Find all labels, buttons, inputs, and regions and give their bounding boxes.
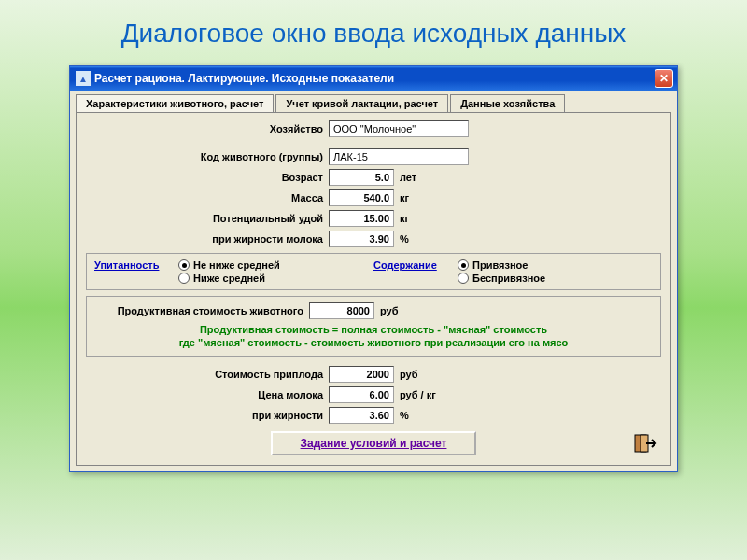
farm-label: Хозяйство <box>86 123 329 134</box>
offspring-label: Стоимость приплода <box>86 369 329 380</box>
fatness-opt1-label: Не ниже средней <box>193 259 280 271</box>
yield-unit: кг <box>394 213 409 224</box>
prodcost-input[interactable] <box>309 302 374 319</box>
radio-icon <box>178 259 190 271</box>
prodcost-group: Продуктивная стоимость животного руб Про… <box>86 296 661 357</box>
code-label: Код животного (группы) <box>86 151 329 162</box>
milkprice-unit: руб / кг <box>394 389 436 400</box>
titlebar: ▲ Расчет рациона. Лактирующие. Исходные … <box>70 66 677 91</box>
fat2-input[interactable] <box>329 407 394 424</box>
age-input[interactable] <box>329 169 394 186</box>
yield-label: Потенциальный удой <box>86 213 329 224</box>
prodcost-note: Продуктивная стоимость = полная стоимост… <box>94 323 653 350</box>
yield-input[interactable] <box>329 210 394 227</box>
fatness-link[interactable]: Упитанность <box>94 259 178 271</box>
radio-icon <box>458 273 469 284</box>
tab-lactation-curve[interactable]: Учет кривой лактации, расчет <box>275 94 448 112</box>
fat-unit: % <box>394 233 409 245</box>
fat2-unit: % <box>394 410 409 421</box>
slide-title: Диалоговое окно ввода исходных данных <box>0 0 747 56</box>
window-title: Расчет рациона. Лактирующие. Исходные по… <box>94 72 655 85</box>
mass-unit: кг <box>394 192 409 203</box>
code-input[interactable] <box>329 148 469 165</box>
housing-opt-2[interactable]: Беспривязное <box>458 273 545 284</box>
tab-strip: Характеристики животного, расчет Учет кр… <box>70 91 677 112</box>
calculate-button[interactable]: Задание условий и расчет <box>271 431 477 455</box>
milkprice-input[interactable] <box>329 386 394 403</box>
milkprice-label: Цена молока <box>86 389 329 400</box>
housing-opt-1[interactable]: Привязное <box>458 259 545 271</box>
farm-input[interactable] <box>329 120 469 137</box>
radio-icon <box>178 273 190 284</box>
age-unit: лет <box>394 172 416 183</box>
tab-farm-data[interactable]: Данные хозяйства <box>450 94 565 112</box>
fat-input[interactable] <box>329 231 394 247</box>
housing-link[interactable]: Содержание <box>374 259 458 271</box>
fat-label: при жирности молока <box>86 233 329 245</box>
radio-icon <box>458 259 469 271</box>
tab-characteristics[interactable]: Характеристики животного, расчет <box>76 94 274 112</box>
prodcost-unit: руб <box>374 305 399 316</box>
offspring-input[interactable] <box>329 366 394 383</box>
mass-input[interactable] <box>329 189 394 206</box>
exit-icon[interactable] <box>633 433 657 454</box>
note-line1: Продуктивная стоимость = полная стоимост… <box>94 323 653 336</box>
main-panel: Хозяйство Код животного (группы) Возраст… <box>76 112 671 466</box>
housing-opt1-label: Привязное <box>472 259 528 271</box>
mass-label: Масса <box>86 192 329 203</box>
prodcost-label: Продуктивная стоимость животного <box>94 305 309 316</box>
age-label: Возраст <box>86 172 329 183</box>
housing-opt2-label: Беспривязное <box>472 273 545 284</box>
app-icon: ▲ <box>76 71 91 86</box>
dialog-window: ▲ Расчет рациона. Лактирующие. Исходные … <box>69 65 678 472</box>
offspring-unit: руб <box>394 369 418 380</box>
fatness-opt2-label: Ниже средней <box>193 273 265 284</box>
close-button[interactable]: ✕ <box>655 69 673 88</box>
note-line2: где "мясная" стоимость - стоимость живот… <box>94 336 653 349</box>
fatness-opt-1[interactable]: Не ниже средней <box>178 259 280 271</box>
radio-groups: Упитанность Не ниже средней Ниже средней… <box>86 253 661 290</box>
fatness-opt-2[interactable]: Ниже средней <box>178 273 280 284</box>
fat2-label: при жирности <box>86 410 329 421</box>
